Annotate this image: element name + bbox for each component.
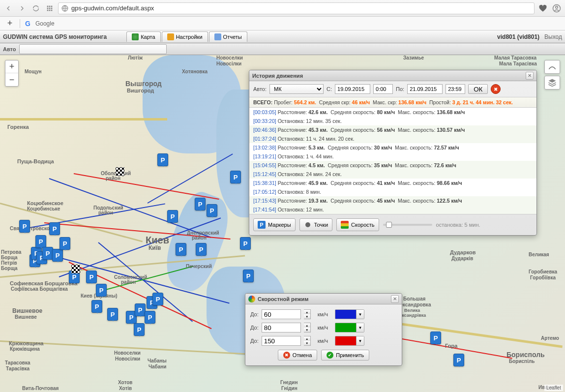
map-place-label: Коцюбинское xyxy=(27,200,63,206)
parking-marker[interactable]: P xyxy=(49,222,60,235)
back-button[interactable] xyxy=(3,3,14,14)
auto-select[interactable]: МК xyxy=(269,84,324,94)
close-icon[interactable]: ✕ xyxy=(526,72,534,80)
markers-button[interactable]: PМаркеры xyxy=(253,218,296,231)
color-select[interactable]: ▼ xyxy=(335,323,364,332)
trip-row[interactable]: [00:03:05] Расстояние: 42.6 км. Средняя … xyxy=(249,108,536,117)
speed-header[interactable]: Скоростной режим ✕ xyxy=(245,294,402,304)
url-bar[interactable] xyxy=(58,2,535,14)
zoom-in-button[interactable]: + xyxy=(5,60,18,73)
svg-rect-5 xyxy=(51,7,53,9)
trip-row[interactable]: [15:12:45] Остановка: 24 мин. 24 сек. xyxy=(249,170,536,179)
speed-value-input[interactable] xyxy=(262,323,301,332)
tab-map[interactable]: Карта xyxy=(126,31,160,42)
map-place-label: Коцюбинське xyxy=(27,206,60,211)
new-tab-button[interactable]: + xyxy=(5,19,15,29)
points-button[interactable]: Точки xyxy=(299,218,332,231)
map-place-label: Велика xyxy=(404,308,420,313)
spinner[interactable]: ▲▼ xyxy=(304,323,311,332)
ok-button[interactable]: ОК xyxy=(468,84,488,94)
parking-marker[interactable]: P xyxy=(134,323,145,336)
parking-marker[interactable]: P xyxy=(195,198,206,211)
url-input[interactable] xyxy=(71,4,531,12)
cancel-button[interactable]: ✖Отмена xyxy=(278,350,317,361)
map-place-label: район xyxy=(106,176,120,181)
tab-settings[interactable]: Настройки xyxy=(162,31,208,42)
trip-row[interactable]: [17:15:43] Расстояние: 19.3 км. Средняя … xyxy=(249,196,536,205)
history-header[interactable]: История движения ✕ xyxy=(249,70,536,81)
parking-marker[interactable]: P xyxy=(145,311,155,324)
history-panel: История движения ✕ Авто: МК С: По: ОК ✖ … xyxy=(249,70,537,236)
stop-slider[interactable] xyxy=(383,224,432,226)
from-date-input[interactable] xyxy=(335,84,370,94)
trip-row[interactable]: [00:33:20] Остановка: 12 мин. 35 сек. xyxy=(249,117,536,125)
apply-button[interactable]: ✔Применить xyxy=(321,350,369,361)
fullscreen-button[interactable] xyxy=(544,60,560,74)
trip-row[interactable]: [13:19:21] Остановка: 1 ч. 44 мин. xyxy=(249,152,536,161)
trip-row[interactable]: [01:37:24] Остановка: 11 ч. 24 мин. 20 с… xyxy=(249,134,536,143)
parking-marker[interactable]: P xyxy=(230,171,241,183)
parking-marker[interactable]: P xyxy=(453,354,464,366)
spinner[interactable]: ▲▼ xyxy=(304,336,311,346)
reload-button[interactable] xyxy=(30,3,41,14)
app-title: GUDWIN система GPS мониторинга xyxy=(3,33,107,40)
parking-marker[interactable]: P xyxy=(86,271,97,283)
tab-reports[interactable]: Отчеты xyxy=(209,31,247,42)
stop-label: остановка: 5 мин. xyxy=(436,222,480,228)
color-select[interactable]: ▼ xyxy=(335,309,364,319)
close-icon[interactable]: ✕ xyxy=(391,295,399,303)
cancel-icon[interactable]: ✖ xyxy=(491,84,501,94)
to-label: По: xyxy=(396,86,404,92)
parking-marker[interactable]: P xyxy=(107,308,118,321)
profile-icon[interactable] xyxy=(551,3,562,14)
to-time-input[interactable] xyxy=(446,84,465,94)
parking-marker[interactable]: P xyxy=(430,332,441,344)
parking-marker[interactable]: P xyxy=(152,293,163,305)
logout-link[interactable]: Выход xyxy=(544,33,562,40)
vehicle-select[interactable] xyxy=(19,44,167,54)
trip-row[interactable]: [17:41:54] Остановка: 12 мин. xyxy=(249,205,536,214)
to-date-input[interactable] xyxy=(407,84,443,94)
map[interactable]: ВышгородВишгородМощунЛютіжХотяновкаНовос… xyxy=(0,55,565,392)
speed-button[interactable]: Скорость xyxy=(336,218,379,231)
trip-row[interactable]: [13:02:38] Расстояние: 5.3 км. Средняя с… xyxy=(249,143,536,152)
speed-value-input[interactable] xyxy=(262,336,301,346)
speed-panel-icon xyxy=(248,296,255,302)
parking-marker[interactable]: P xyxy=(196,243,207,256)
checkered-flag-icon xyxy=(116,167,124,176)
parking-marker[interactable]: P xyxy=(19,220,30,233)
parking-marker[interactable]: P xyxy=(207,204,217,217)
trip-row[interactable]: [15:38:31] Расстояние: 45.9 км. Средняя … xyxy=(249,179,536,187)
apps-button[interactable] xyxy=(44,3,55,14)
trip-row[interactable]: [17:05:12] Остановка: 8 мин. xyxy=(249,187,536,196)
favorite-icon[interactable] xyxy=(537,3,548,14)
trip-row[interactable]: [00:46:36] Расстояние: 45.3 км. Средняя … xyxy=(249,125,536,134)
spinner[interactable]: ▲▼ xyxy=(304,309,311,319)
map-place-label: Пуща-Водица xyxy=(17,158,54,164)
map-attribution: Leaflet xyxy=(544,385,563,391)
from-time-input[interactable] xyxy=(373,84,393,94)
color-select[interactable]: ▼ xyxy=(335,336,364,346)
map-place-label: Гнідин xyxy=(281,386,297,391)
parking-marker[interactable]: P xyxy=(91,300,102,313)
map-place-label: Вишневое xyxy=(12,307,42,314)
parking-marker[interactable]: P xyxy=(52,249,63,262)
speed-value-input[interactable] xyxy=(262,309,301,319)
forward-button[interactable] xyxy=(17,3,28,14)
parking-marker[interactable]: P xyxy=(176,243,186,256)
map-place-label: Бориспіль xyxy=(509,359,535,364)
parking-marker[interactable]: P xyxy=(35,235,46,248)
parking-marker[interactable]: P xyxy=(157,153,168,166)
map-place-label: Гнедин xyxy=(280,380,298,385)
layers-button[interactable] xyxy=(544,76,560,90)
zoom-out-button[interactable]: − xyxy=(5,73,18,86)
parking-marker[interactable]: P xyxy=(59,237,70,250)
map-place-label: Київ xyxy=(149,244,161,251)
parking-marker[interactable]: P xyxy=(42,247,53,260)
parking-marker[interactable]: P xyxy=(243,270,254,282)
parking-marker[interactable]: P xyxy=(240,237,251,250)
parking-marker[interactable]: P xyxy=(135,303,146,316)
parking-marker[interactable]: P xyxy=(167,210,178,223)
parking-marker[interactable]: P xyxy=(96,284,107,297)
trip-row[interactable]: [15:04:55] Расстояние: 4.5 км. Средняя с… xyxy=(249,161,536,170)
